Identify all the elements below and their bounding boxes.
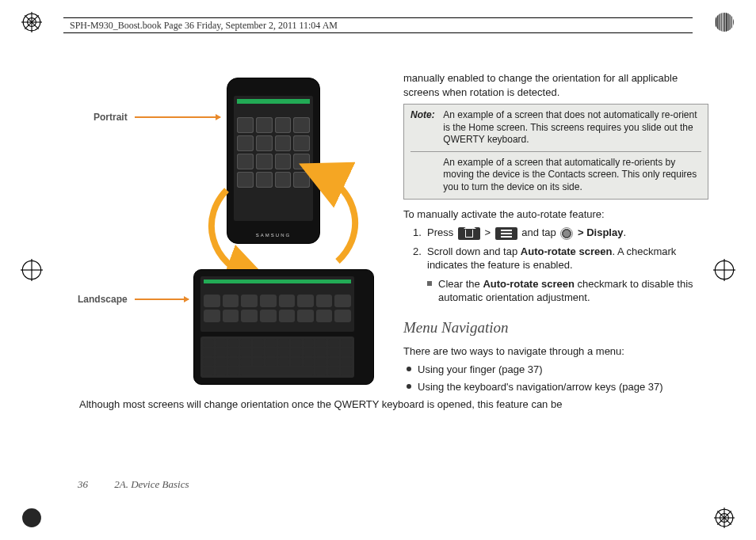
menu-navigation-heading: Menu Navigation <box>403 318 708 338</box>
page-number: 36 <box>78 478 88 490</box>
crop-mark-bottom-right <box>713 507 735 529</box>
intro-continued: manually enabled to change the orientati… <box>403 71 708 99</box>
step-2-text-a: Scroll down and tap <box>427 245 521 257</box>
menu-bullets: Using your finger (page 37) Using the ke… <box>407 363 708 394</box>
activate-lead: To manually activate the auto-rotate fea… <box>403 207 708 222</box>
menu-bullet-1-text: Using your finger (page 37) <box>418 363 543 377</box>
landscape-callout-line <box>135 299 189 300</box>
orientation-figure: Portrait SAMSUNG <box>108 71 384 388</box>
step-2-bold: Auto-rotate screen <box>521 245 613 257</box>
step-1: 1. Press > and tap > Display. <box>413 226 708 240</box>
note-divider <box>410 151 701 152</box>
phone-brand: SAMSUNG <box>227 232 319 238</box>
bullet-dot-icon <box>407 367 411 371</box>
crop-mark-top-right <box>713 11 735 33</box>
note-body-2: An example of a screen that automaticall… <box>443 157 699 194</box>
note-body-1: An example of a screen that does not aut… <box>443 109 699 146</box>
phone-landscape-illustration <box>193 269 374 385</box>
step-1-display: Display <box>586 226 623 238</box>
step-1-gt-1: > <box>484 226 491 238</box>
step-1-gt-2: > <box>578 226 584 238</box>
menu-icon <box>495 227 517 240</box>
portrait-callout-line <box>135 116 220 118</box>
note-box: Note: An example of a screen that does n… <box>403 104 708 200</box>
crop-mark-top-left <box>21 11 43 33</box>
running-head: SPH-M930_Boost.book Page 36 Friday, Sept… <box>70 20 338 32</box>
step-2-sub-bold: Auto-rotate screen <box>483 278 575 290</box>
svg-point-8 <box>22 508 41 527</box>
side-target-left <box>21 259 43 281</box>
step-1-text-b: and tap <box>521 226 556 238</box>
steps-list: 1. Press > and tap > Display. 2. Scroll … <box>413 226 708 308</box>
phone-portrait-illustration: SAMSUNG <box>227 78 320 244</box>
side-target-right <box>713 259 735 281</box>
step-2-sub-a: Clear the <box>438 278 483 290</box>
page-footer: 36 2A. Device Basics <box>78 478 189 491</box>
section-title: 2A. Device Basics <box>114 478 189 490</box>
bullet-dot-icon <box>407 384 411 389</box>
step-1-number: 1. <box>413 226 427 240</box>
settings-gear-icon <box>560 227 573 240</box>
landscape-label: Landscape <box>78 293 128 306</box>
note-label: Note: <box>410 109 441 122</box>
portrait-label: Portrait <box>94 111 128 124</box>
step-1-end: . <box>623 226 626 238</box>
left-column: Portrait SAMSUNG <box>79 71 384 477</box>
page-content: Portrait SAMSUNG <box>79 71 708 477</box>
menu-bullet-1: Using your finger (page 37) <box>407 363 708 377</box>
home-icon <box>458 227 480 240</box>
square-bullet-icon <box>427 281 432 286</box>
step-1-text-a: Press <box>427 226 453 238</box>
right-column: manually enabled to change the orientati… <box>403 71 708 477</box>
step-2: 2. Scroll down and tap Auto-rotate scree… <box>413 245 708 308</box>
figure-caption: Although most screens will change orient… <box>79 397 708 412</box>
crop-mark-bottom-left <box>21 507 43 529</box>
svg-point-7 <box>715 13 734 32</box>
menu-intro: There are two ways to navigate through a… <box>403 344 708 359</box>
step-2-number: 2. <box>413 245 427 308</box>
menu-bullet-2-text: Using the keyboard's navigation/arrow ke… <box>418 380 663 394</box>
menu-bullet-2: Using the keyboard's navigation/arrow ke… <box>407 380 708 394</box>
